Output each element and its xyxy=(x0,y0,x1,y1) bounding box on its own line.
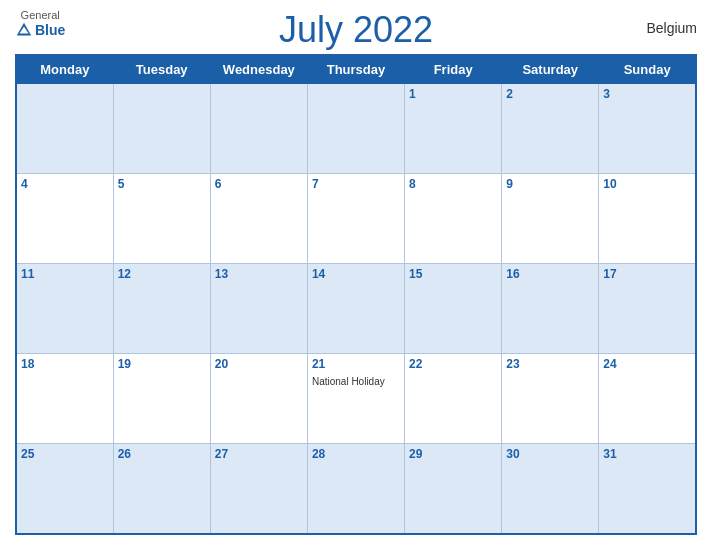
day-number: 19 xyxy=(118,357,206,371)
weekday-header-tuesday: Tuesday xyxy=(113,55,210,84)
day-number: 6 xyxy=(215,177,303,191)
weekday-header-row: MondayTuesdayWednesdayThursdayFridaySatu… xyxy=(16,55,696,84)
country-label: Belgium xyxy=(646,20,697,36)
logo-general: General xyxy=(21,10,60,21)
day-number: 13 xyxy=(215,267,303,281)
day-number: 9 xyxy=(506,177,594,191)
weekday-header-wednesday: Wednesday xyxy=(210,55,307,84)
logo-icon xyxy=(15,21,33,39)
calendar-cell: 10 xyxy=(599,173,696,263)
calendar-cell xyxy=(16,83,113,173)
day-number: 30 xyxy=(506,447,594,461)
day-number: 8 xyxy=(409,177,497,191)
calendar-cell: 22 xyxy=(405,354,502,444)
calendar-cell: 21National Holiday xyxy=(307,354,404,444)
calendar-cell: 24 xyxy=(599,354,696,444)
day-number: 26 xyxy=(118,447,206,461)
day-number: 14 xyxy=(312,267,400,281)
calendar-cell: 23 xyxy=(502,354,599,444)
day-number: 22 xyxy=(409,357,497,371)
day-number: 3 xyxy=(603,87,691,101)
calendar-cell xyxy=(307,83,404,173)
day-event: National Holiday xyxy=(312,376,385,387)
calendar-cell: 13 xyxy=(210,263,307,353)
day-number: 27 xyxy=(215,447,303,461)
calendar-cell: 26 xyxy=(113,444,210,534)
calendar-cell: 30 xyxy=(502,444,599,534)
day-number: 21 xyxy=(312,357,400,371)
calendar-cell: 28 xyxy=(307,444,404,534)
weekday-header-saturday: Saturday xyxy=(502,55,599,84)
calendar-cell: 6 xyxy=(210,173,307,263)
day-number: 2 xyxy=(506,87,594,101)
day-number: 28 xyxy=(312,447,400,461)
day-number: 10 xyxy=(603,177,691,191)
day-number: 15 xyxy=(409,267,497,281)
day-number: 5 xyxy=(118,177,206,191)
day-number: 23 xyxy=(506,357,594,371)
calendar-cell: 1 xyxy=(405,83,502,173)
calendar-cell xyxy=(113,83,210,173)
calendar-cell: 15 xyxy=(405,263,502,353)
calendar-cell xyxy=(210,83,307,173)
day-number: 17 xyxy=(603,267,691,281)
calendar-week-row: 123 xyxy=(16,83,696,173)
calendar-cell: 12 xyxy=(113,263,210,353)
day-number: 4 xyxy=(21,177,109,191)
calendar-header: General Blue July 2022 Belgium xyxy=(15,10,697,50)
weekday-header-thursday: Thursday xyxy=(307,55,404,84)
weekday-header-monday: Monday xyxy=(16,55,113,84)
calendar-week-row: 18192021National Holiday222324 xyxy=(16,354,696,444)
calendar-cell: 25 xyxy=(16,444,113,534)
day-number: 7 xyxy=(312,177,400,191)
logo-blue: Blue xyxy=(15,21,65,39)
day-number: 20 xyxy=(215,357,303,371)
weekday-header-sunday: Sunday xyxy=(599,55,696,84)
calendar-cell: 19 xyxy=(113,354,210,444)
weekday-header-friday: Friday xyxy=(405,55,502,84)
day-number: 1 xyxy=(409,87,497,101)
calendar-title: July 2022 xyxy=(279,10,433,50)
calendar-title-area: July 2022 xyxy=(279,10,433,50)
day-number: 16 xyxy=(506,267,594,281)
day-number: 11 xyxy=(21,267,109,281)
calendar-cell: 9 xyxy=(502,173,599,263)
calendar-week-row: 11121314151617 xyxy=(16,263,696,353)
calendar-cell: 7 xyxy=(307,173,404,263)
calendar-cell: 17 xyxy=(599,263,696,353)
calendar-week-row: 25262728293031 xyxy=(16,444,696,534)
calendar-cell: 5 xyxy=(113,173,210,263)
day-number: 25 xyxy=(21,447,109,461)
calendar-cell: 11 xyxy=(16,263,113,353)
calendar-cell: 16 xyxy=(502,263,599,353)
logo: General Blue xyxy=(15,10,65,39)
calendar-week-row: 45678910 xyxy=(16,173,696,263)
calendar-table: MondayTuesdayWednesdayThursdayFridaySatu… xyxy=(15,54,697,535)
calendar-cell: 31 xyxy=(599,444,696,534)
calendar-cell: 8 xyxy=(405,173,502,263)
calendar-cell: 27 xyxy=(210,444,307,534)
calendar-cell: 18 xyxy=(16,354,113,444)
calendar-cell: 20 xyxy=(210,354,307,444)
calendar-cell: 3 xyxy=(599,83,696,173)
calendar-cell: 2 xyxy=(502,83,599,173)
day-number: 31 xyxy=(603,447,691,461)
calendar-cell: 4 xyxy=(16,173,113,263)
day-number: 18 xyxy=(21,357,109,371)
day-number: 24 xyxy=(603,357,691,371)
day-number: 29 xyxy=(409,447,497,461)
day-number: 12 xyxy=(118,267,206,281)
calendar-cell: 14 xyxy=(307,263,404,353)
calendar-cell: 29 xyxy=(405,444,502,534)
